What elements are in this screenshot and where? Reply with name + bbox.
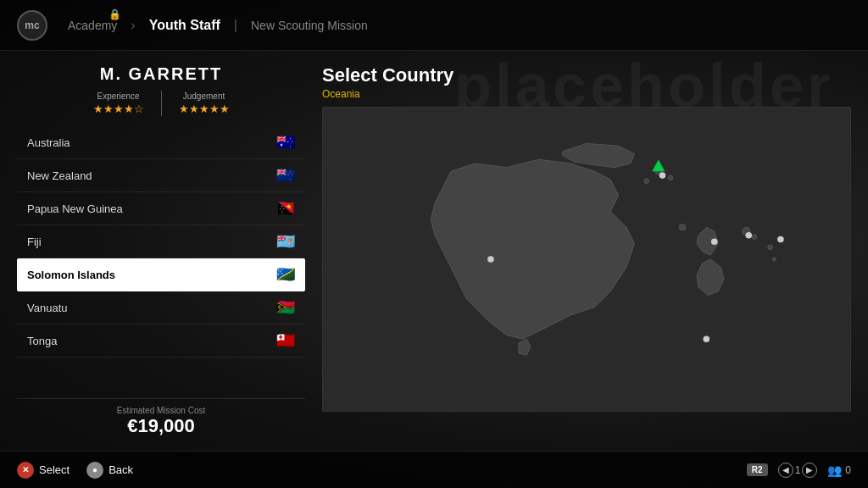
country-item[interactable]: Papua New Guinea🇵🇬 — [17, 192, 305, 225]
mission-cost-section: Estimated Mission Cost €19,000 — [17, 398, 305, 437]
svg-point-6 — [768, 245, 773, 250]
country-name: Australia — [27, 136, 70, 149]
judgement-label: Judgement — [179, 92, 230, 101]
country-item[interactable]: Fiji🇫🇯 — [17, 225, 305, 258]
country-item[interactable]: Australia🇦🇺 — [17, 126, 305, 159]
country-item[interactable]: Solomon Islands🇸🇧 — [17, 258, 305, 291]
svg-point-11 — [711, 239, 718, 246]
people-icon: 👥 — [827, 463, 842, 477]
cost-value: €19,000 — [17, 415, 305, 437]
footer: ✕ Select ● Back R2 ◀ 1 ▶ 👥 0 — [0, 451, 868, 488]
country-name: Solomon Islands — [27, 269, 115, 281]
judgement-stars: ★★★★★ — [179, 103, 230, 115]
lock-icon: 🔒 — [108, 8, 121, 20]
country-flag: 🇸🇧 — [276, 265, 295, 284]
country-item[interactable]: Tonga🇹🇴 — [17, 324, 305, 358]
svg-point-5 — [752, 235, 757, 240]
nav-separator-1: › — [124, 18, 142, 33]
country-name: Tonga — [27, 335, 57, 347]
svg-point-3 — [644, 179, 649, 184]
country-item[interactable]: Vanuatu🇻🇺 — [17, 291, 305, 324]
left-panel: M. GARRETT Experience ★★★★☆ Judgement ★★… — [17, 64, 305, 437]
b-button-icon: ● — [86, 462, 103, 479]
x-button-icon: ✕ — [17, 462, 34, 479]
right-panel: Select Country Oceania — [322, 64, 851, 437]
svg-point-10 — [659, 172, 666, 179]
main-content: M. GARRETT Experience ★★★★☆ Judgement ★★… — [0, 51, 868, 451]
stats-divider — [161, 91, 162, 116]
country-item[interactable]: New Zealand🇳🇿 — [17, 159, 305, 192]
svg-point-12 — [745, 232, 752, 239]
experience-block: Experience ★★★★☆ — [93, 92, 144, 115]
country-name: New Zealand — [27, 169, 92, 182]
player-count-section: 👥 0 — [827, 463, 851, 477]
country-name: Fiji — [27, 236, 42, 248]
region-name: Oceania — [322, 88, 851, 100]
back-label: Back — [108, 463, 133, 476]
back-button[interactable]: ● Back — [86, 462, 133, 479]
page-navigation: ◀ 1 ▶ — [778, 463, 818, 478]
country-flag: 🇻🇺 — [276, 298, 295, 317]
page-number: 1 — [795, 464, 801, 476]
right-arrow[interactable]: ▶ — [802, 463, 817, 478]
country-flag: 🇵🇬 — [276, 199, 295, 218]
country-flag: 🇳🇿 — [276, 166, 295, 185]
country-list: Australia🇦🇺New Zealand🇳🇿Papua New Guinea… — [17, 126, 305, 388]
country-flag: 🇦🇺 — [276, 133, 295, 152]
svg-point-2 — [668, 175, 673, 180]
nav-youth-staff[interactable]: Youth Staff — [142, 18, 227, 33]
svg-point-8 — [679, 225, 686, 231]
svg-point-13 — [777, 236, 784, 243]
scout-stats: Experience ★★★★☆ Judgement ★★★★★ — [17, 91, 305, 116]
svg-point-7 — [773, 258, 776, 261]
nav-divider: | — [227, 18, 244, 33]
country-flag: 🇹🇴 — [276, 331, 295, 350]
judgement-block: Judgement ★★★★★ — [179, 92, 230, 115]
logo: mc — [17, 10, 47, 41]
experience-stars: ★★★★☆ — [93, 103, 144, 115]
header: mc Academy › Youth Staff | New Scouting … — [0, 0, 868, 51]
map-svg — [323, 108, 850, 411]
select-label: Select — [39, 463, 70, 476]
r2-badge: R2 — [747, 463, 768, 476]
footer-left: ✕ Select ● Back — [17, 462, 133, 479]
scout-name: M. GARRETT — [17, 64, 305, 84]
left-arrow[interactable]: ◀ — [778, 463, 793, 478]
map-container — [322, 107, 851, 412]
player-count: 0 — [845, 464, 851, 476]
footer-right: R2 ◀ 1 ▶ 👥 0 — [747, 463, 851, 478]
select-country-title: Select Country — [322, 64, 851, 86]
country-name: Papua New Guinea — [27, 202, 123, 215]
experience-label: Experience — [93, 92, 144, 101]
cost-label: Estimated Mission Cost — [17, 406, 305, 415]
select-button[interactable]: ✕ Select — [17, 462, 70, 479]
svg-point-9 — [487, 256, 494, 263]
nav-scouting-mission[interactable]: New Scouting Mission — [244, 19, 375, 32]
svg-point-14 — [704, 336, 710, 342]
country-flag: 🇫🇯 — [276, 232, 295, 251]
country-name: Vanuatu — [27, 302, 67, 314]
